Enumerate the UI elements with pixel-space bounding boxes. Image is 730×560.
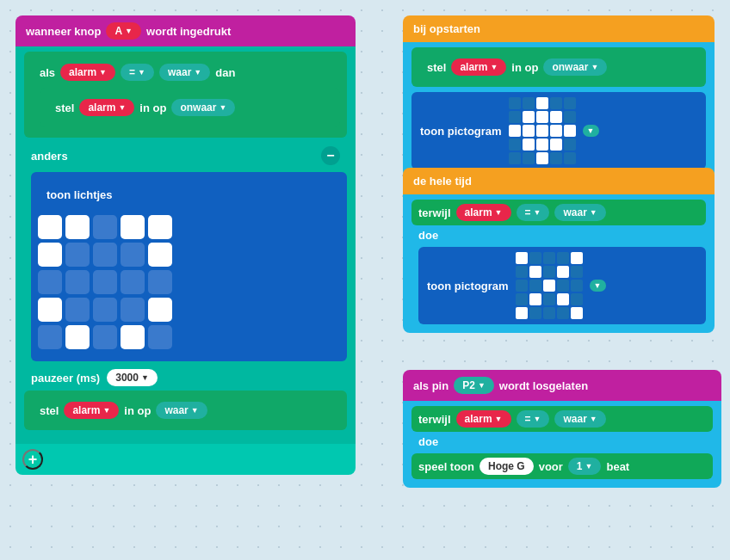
terwijl-label-2: terwijl bbox=[418, 413, 451, 426]
led-grid-left[interactable] bbox=[38, 215, 340, 349]
onwaar-dropdown-1[interactable]: onwaar bbox=[171, 99, 235, 116]
anders-row: anders − bbox=[24, 143, 347, 169]
doe-text-2: doe bbox=[418, 435, 438, 448]
stel-label-1: stel bbox=[55, 102, 74, 114]
stel-label-2: stel bbox=[40, 404, 59, 417]
left-body: als alarm = waar dan stel alarm in op on… bbox=[15, 46, 356, 444]
doe-text-1: doe bbox=[418, 229, 438, 242]
bij-onwaar-dropdown[interactable]: onwaar bbox=[543, 58, 607, 76]
speel-toon-block: speel toon Hoge G voor 1 beat bbox=[411, 453, 713, 479]
if-block: als alarm = waar dan stel alarm in op on… bbox=[24, 52, 347, 138]
anders-label: anders bbox=[31, 150, 68, 163]
als-label: als bbox=[40, 66, 55, 79]
alarm-dropdown-1[interactable]: alarm bbox=[60, 64, 115, 81]
set-row-2: stel alarm in op waar bbox=[31, 395, 340, 426]
alarm-dropdown-2[interactable]: alarm bbox=[79, 99, 134, 116]
led-grid-dht[interactable] bbox=[516, 252, 583, 319]
pictogram-dropdown-1[interactable] bbox=[583, 125, 599, 137]
doe-label-2: doe bbox=[411, 432, 713, 450]
dht-eq-dropdown[interactable]: = bbox=[517, 204, 550, 221]
de-hele-tijd-label: de hele tijd bbox=[413, 175, 472, 188]
speel-label: speel toon bbox=[418, 460, 474, 473]
bij-set-row: stel alarm in op onwaar bbox=[418, 52, 699, 83]
minus-button[interactable]: − bbox=[321, 146, 340, 165]
eq-dropdown[interactable]: = bbox=[121, 64, 154, 81]
pin-eq-dropdown[interactable]: = bbox=[517, 410, 550, 428]
set-block-2: stel alarm in op waar bbox=[24, 391, 347, 430]
left-block-group: wanneer knop A wordt ingedrukt als alarm… bbox=[15, 15, 356, 475]
bij-opstarten-label: bij opstarten bbox=[413, 22, 480, 35]
footer-left: + bbox=[15, 444, 356, 475]
bij-opstarten-body: stel alarm in op onwaar toon pictogram bbox=[403, 42, 715, 178]
set-block-1: stel alarm in op onwaar bbox=[40, 88, 340, 127]
pause-row: pauzeer (ms) 3000 bbox=[24, 365, 347, 391]
dht-waar-dropdown[interactable]: waar bbox=[554, 204, 605, 221]
alarm-dropdown-3[interactable]: alarm bbox=[64, 402, 119, 419]
beat-label: beat bbox=[606, 460, 629, 473]
doe-label-1: doe bbox=[411, 225, 706, 243]
de-hele-tijd-header: de hele tijd bbox=[403, 168, 715, 194]
de-hele-tijd-body: terwijl alarm = waar doe toon pictogram bbox=[403, 194, 715, 333]
waar-dropdown-1[interactable]: waar bbox=[159, 64, 210, 81]
toon-pictogram-block-2: toon pictogram bbox=[418, 247, 706, 324]
in-op-label-1: in op bbox=[139, 102, 166, 114]
wanneer-label: wanneer knop bbox=[26, 25, 101, 38]
voor-label: voor bbox=[539, 460, 563, 473]
knop-dropdown[interactable]: A bbox=[106, 22, 141, 40]
als-pin-rest: wordt losgelaten bbox=[499, 379, 588, 392]
als-pin-body: terwijl alarm = waar doe speel toon Hoge… bbox=[403, 401, 721, 488]
toon-pictogram-block-1: toon pictogram bbox=[411, 92, 706, 169]
plus-button[interactable]: + bbox=[22, 449, 43, 470]
toon-lichtjes-row: toon lichtjes bbox=[38, 179, 340, 210]
pin-waar-dropdown[interactable]: waar bbox=[554, 410, 605, 428]
terwijl-block-2: terwijl alarm = waar bbox=[411, 406, 713, 432]
wordt-ingedrukt-label: wordt ingedrukt bbox=[146, 25, 231, 38]
toon-lichtjes-label: toon lichtjes bbox=[46, 188, 113, 201]
als-pin-als: als pin bbox=[413, 379, 449, 392]
led-grid-bij[interactable] bbox=[509, 97, 576, 164]
waar-dropdown-2[interactable]: waar bbox=[156, 402, 207, 419]
pauzeer-label: pauzeer (ms) bbox=[31, 372, 100, 385]
in-op-label-2: in op bbox=[124, 404, 151, 417]
dan-label: dan bbox=[215, 66, 235, 79]
inner-blue-block: toon lichtjes bbox=[31, 172, 347, 361]
als-pin-header: als pin P2 wordt losgelaten bbox=[403, 370, 721, 401]
bij-opstarten-group: bij opstarten stel alarm in op onwaar to… bbox=[403, 15, 715, 178]
toon-label-1: toon pictogram bbox=[420, 125, 502, 138]
bij-stel-label: stel bbox=[427, 61, 446, 74]
als-row: als alarm = waar dan bbox=[31, 57, 340, 88]
de-hele-tijd-group: de hele tijd terwijl alarm = waar doe to… bbox=[403, 168, 715, 333]
anders-section: anders − toon lichtjes pauzeer (ms) 3000 bbox=[24, 143, 347, 430]
bij-in-op-label: in op bbox=[511, 61, 538, 74]
pauzeer-value[interactable]: 3000 bbox=[107, 369, 158, 386]
toon-label-2: toon pictogram bbox=[427, 280, 509, 292]
hoge-g-value[interactable]: Hoge G bbox=[479, 458, 534, 475]
bij-set-block: stel alarm in op onwaar bbox=[411, 47, 706, 87]
terwijl-block-1: terwijl alarm = waar bbox=[411, 200, 706, 225]
als-pin-group: als pin P2 wordt losgelaten terwijl alar… bbox=[403, 370, 721, 488]
beats-dropdown[interactable]: 1 bbox=[568, 458, 602, 475]
workspace: wanneer knop A wordt ingedrukt als alarm… bbox=[0, 0, 730, 560]
set-row-1: stel alarm in op onwaar bbox=[46, 92, 333, 123]
bij-alarm-dropdown[interactable]: alarm bbox=[451, 58, 506, 76]
pin-alarm-dropdown[interactable]: alarm bbox=[456, 410, 511, 428]
pin-dropdown[interactable]: P2 bbox=[454, 377, 494, 394]
bij-opstarten-header: bij opstarten bbox=[403, 15, 715, 42]
pictogram-dropdown-2[interactable] bbox=[590, 280, 606, 292]
terwijl-label-1: terwijl bbox=[418, 206, 451, 219]
wanneer-knop-header: wanneer knop A wordt ingedrukt bbox=[15, 15, 356, 46]
dht-alarm-dropdown[interactable]: alarm bbox=[456, 204, 511, 221]
